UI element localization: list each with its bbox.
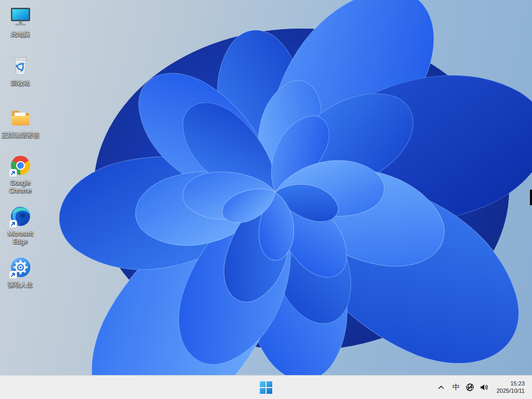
recycle-bin-icon: [9, 54, 32, 77]
icon-label: 回收站: [11, 79, 30, 87]
gear-app-icon: [9, 256, 32, 279]
volume-button[interactable]: [477, 377, 491, 398]
icon-label: Microsoft Edge: [8, 230, 33, 246]
folder-icon: [9, 106, 32, 129]
desktop-icon-recycle-bin[interactable]: 回收站: [1, 54, 40, 87]
chevron-up-icon: [437, 383, 445, 392]
clock-time: 15:23: [497, 380, 525, 388]
clock-date: 2025/10/11: [497, 388, 525, 395]
ime-indicator-label: 中: [453, 383, 460, 392]
icon-label: Google Chrome: [9, 179, 32, 195]
ime-indicator[interactable]: 中: [449, 377, 463, 398]
taskbar-clock[interactable]: 15:23 2025/10/11: [496, 378, 526, 396]
icon-label: 驱动人生: [8, 281, 33, 289]
icon-label: 此电脑: [11, 31, 30, 38]
taskbar: 中 15:23 2025/10/11: [0, 375, 532, 399]
tray-chevron-up-button[interactable]: [433, 377, 449, 398]
windows-logo-icon: [260, 381, 272, 394]
edge-icon: [9, 205, 32, 228]
icon-label: 正版激活密钥: [2, 131, 39, 139]
shortcut-arrow-badge: [9, 271, 17, 278]
desktop-icon-this-pc[interactable]: 此电脑: [1, 5, 40, 38]
chrome-icon: [9, 154, 32, 177]
desktop-icon-microsoft-edge[interactable]: Microsoft Edge: [1, 205, 40, 246]
desktop-icon-activation-key-folder[interactable]: 正版激活密钥: [1, 106, 40, 139]
shortcut-arrow-badge: [9, 169, 17, 177]
bloom-wallpaper: [0, 0, 532, 375]
network-button[interactable]: [463, 377, 477, 398]
desktop-icon-google-chrome[interactable]: Google Chrome: [1, 154, 40, 195]
speaker-icon: [480, 383, 488, 392]
system-tray: 中 15:23 2025/10/11: [433, 376, 532, 399]
this-pc-icon: [9, 5, 32, 29]
network-globe-offline-icon: [466, 383, 474, 392]
screen-edge-artifact: [530, 190, 532, 205]
start-button[interactable]: [256, 377, 276, 398]
desktop-icon-driver-genius[interactable]: 驱动人生: [1, 256, 40, 289]
desktop[interactable]: 此电脑 回收站 正版激活密钥: [0, 0, 532, 375]
shortcut-arrow-badge: [9, 220, 17, 228]
